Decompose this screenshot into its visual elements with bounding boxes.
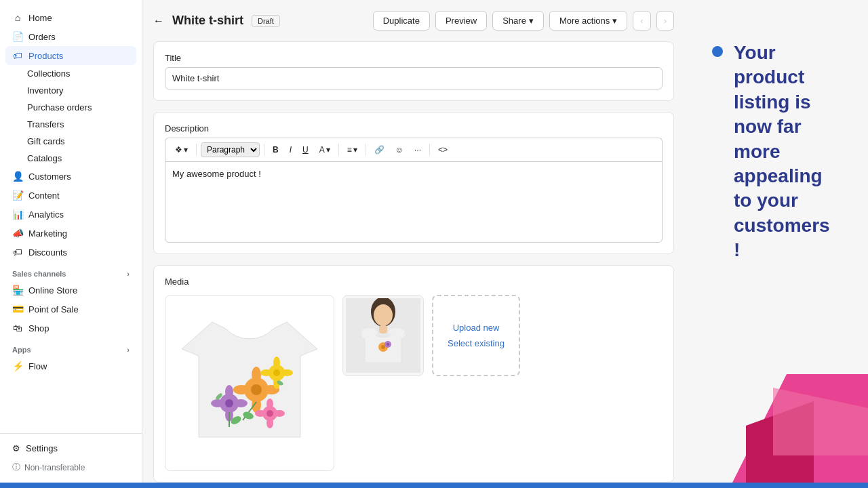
- sidebar-item-home[interactable]: ⌂ Home: [5, 8, 136, 27]
- sidebar-item-discounts[interactable]: 🏷 Discounts: [5, 243, 136, 262]
- thumbnail-media-item[interactable]: [342, 295, 424, 376]
- back-arrow-icon: ←: [153, 15, 164, 27]
- sidebar-item-gift-cards[interactable]: Gift cards: [5, 133, 136, 150]
- share-chevron-icon: ▾: [529, 16, 534, 26]
- back-button[interactable]: ←: [153, 15, 164, 27]
- sidebar-orders-label: Orders: [28, 32, 56, 42]
- sidebar-gift-cards-label: Gift cards: [27, 136, 65, 146]
- model-svg: [346, 298, 420, 373]
- svg-point-23: [267, 410, 273, 417]
- sidebar-inventory-label: Inventory: [27, 85, 63, 96]
- marketing-icon: 📣: [12, 228, 23, 239]
- sidebar-analytics-label: Analytics: [28, 209, 64, 220]
- bold-button[interactable]: B: [269, 143, 283, 157]
- svg-point-7: [273, 357, 280, 369]
- sidebar-content-label: Content: [28, 190, 60, 201]
- sidebar-customers-label: Customers: [28, 171, 71, 182]
- sidebar-item-analytics[interactable]: 📊 Analytics: [5, 205, 136, 224]
- svg-point-38: [361, 328, 378, 336]
- sidebar-flow-label: Flow: [28, 361, 47, 371]
- paragraph-select[interactable]: Paragraph: [201, 142, 260, 157]
- sidebar-item-catalogs[interactable]: Catalogs: [5, 150, 136, 167]
- title-input[interactable]: [165, 67, 663, 89]
- format-chevron-icon: ▾: [184, 145, 188, 155]
- italic-button[interactable]: I: [285, 143, 296, 157]
- svg-point-16: [234, 399, 248, 407]
- tshirt-svg: [175, 302, 324, 464]
- more-actions-button[interactable]: More actions ▾: [549, 11, 627, 30]
- description-text: My awesome product !: [172, 169, 261, 179]
- sidebar-item-orders[interactable]: 📄 Orders: [5, 27, 136, 46]
- italic-icon: I: [290, 145, 292, 155]
- bottom-bar: [0, 483, 868, 488]
- link-button[interactable]: 🔗: [370, 143, 389, 157]
- pos-icon: 💳: [12, 304, 23, 314]
- sidebar-item-purchase-orders[interactable]: Purchase orders: [5, 99, 136, 116]
- sales-channels-expand-icon[interactable]: ›: [127, 270, 130, 278]
- underline-button[interactable]: U: [298, 143, 313, 157]
- link-icon: 🔗: [374, 145, 384, 155]
- duplicate-button[interactable]: Duplicate: [373, 11, 430, 30]
- main-media-item[interactable]: [165, 295, 334, 471]
- sidebar-item-inventory[interactable]: Inventory: [5, 82, 136, 99]
- product-title: White t-shirt: [172, 14, 243, 28]
- sidebar-item-content[interactable]: 📝 Content: [5, 186, 136, 205]
- svg-point-21: [255, 410, 266, 417]
- media-grid: Upload new Select existing: [165, 295, 663, 471]
- share-button[interactable]: Share ▾: [492, 11, 544, 30]
- svg-point-20: [267, 418, 273, 428]
- bold-icon: B: [273, 145, 279, 155]
- sidebar: ⌂ Home 📄 Orders 🏷 Products Collections I…: [0, 0, 142, 483]
- share-label: Share: [502, 16, 526, 26]
- format-icon: ❖: [175, 145, 182, 155]
- non-transferable-item[interactable]: ⓘ Non-transferable: [5, 458, 136, 477]
- apps-expand-icon[interactable]: ›: [127, 346, 130, 354]
- apps-section: Apps ›: [5, 338, 136, 357]
- preview-label: Preview: [446, 16, 477, 26]
- sidebar-item-settings[interactable]: ⚙ Settings: [5, 439, 136, 458]
- format-button[interactable]: ❖ ▾: [171, 143, 192, 157]
- media-label: Media: [165, 277, 663, 287]
- svg-point-1: [252, 367, 261, 383]
- prev-icon: ‹: [640, 16, 643, 26]
- sidebar-item-point-of-sale[interactable]: 💳 Point of Sale: [5, 300, 136, 319]
- sidebar-discounts-label: Discounts: [28, 247, 67, 258]
- media-section: Media: [153, 265, 674, 483]
- sales-channels-section: Sales channels ›: [5, 262, 136, 281]
- upload-area[interactable]: Upload new Select existing: [432, 295, 520, 376]
- sidebar-item-shop[interactable]: 🛍 Shop: [5, 319, 136, 338]
- editor-header: ← White t-shirt Draft Duplicate Preview …: [153, 11, 674, 30]
- description-toolbar: ❖ ▾ Paragraph B I U A: [165, 138, 663, 161]
- sidebar-item-flow[interactable]: ⚡ Flow: [5, 357, 136, 375]
- description-body[interactable]: My awesome product !: [165, 161, 663, 243]
- toolbar-separator-5: [429, 144, 430, 156]
- home-icon: ⌂: [12, 12, 23, 23]
- preview-button[interactable]: Preview: [435, 11, 487, 30]
- upload-new-link[interactable]: Upload new: [453, 323, 500, 333]
- emoji-button[interactable]: ☺: [391, 143, 408, 157]
- align-button[interactable]: ≡ ▾: [343, 143, 361, 157]
- sales-channels-label: Sales channels: [12, 270, 66, 278]
- prev-nav-button[interactable]: ‹: [633, 11, 650, 30]
- color-button[interactable]: A ▾: [315, 143, 334, 157]
- align-icon: ≡: [347, 145, 352, 155]
- color-chevron-icon: ▾: [326, 145, 330, 155]
- sidebar-item-marketing[interactable]: 📣 Marketing: [5, 224, 136, 243]
- customers-icon: 👤: [12, 171, 23, 182]
- bullet-dot: [712, 46, 723, 57]
- more-toolbar-button[interactable]: ···: [410, 143, 425, 157]
- non-transferable-label: Non-transferable: [24, 463, 85, 472]
- select-existing-link[interactable]: Select existing: [448, 338, 505, 348]
- svg-point-3: [233, 385, 250, 394]
- sidebar-item-collections[interactable]: Collections: [5, 65, 136, 82]
- sidebar-pos-label: Point of Sale: [28, 304, 79, 314]
- sidebar-item-customers[interactable]: 👤 Customers: [5, 167, 136, 186]
- next-nav-button[interactable]: ›: [656, 11, 674, 30]
- svg-point-5: [251, 384, 262, 395]
- sidebar-item-online-store[interactable]: 🏪 Online Store: [5, 281, 136, 300]
- code-icon: <>: [438, 145, 448, 155]
- sidebar-item-products[interactable]: 🏷 Products: [5, 46, 136, 65]
- code-button[interactable]: <>: [434, 143, 452, 157]
- sidebar-purchase-orders-label: Purchase orders: [27, 102, 92, 113]
- sidebar-item-transfers[interactable]: Transfers: [5, 116, 136, 133]
